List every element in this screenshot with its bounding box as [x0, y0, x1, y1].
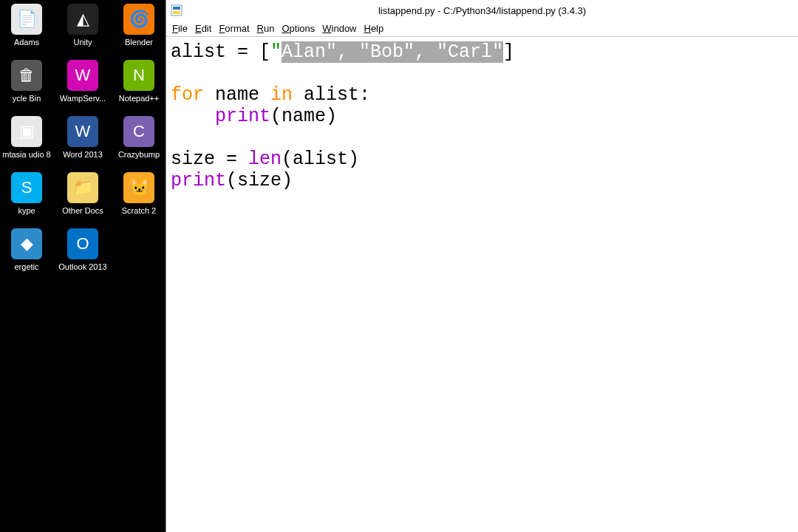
indent — [171, 106, 215, 127]
code-text: size = — [171, 149, 248, 170]
desktop-icon[interactable]: Skype — [2, 172, 51, 215]
code-text: name — [204, 84, 270, 106]
desktop-icon[interactable]: OOutlook 2013 — [58, 228, 107, 271]
icon-label: Adams — [14, 38, 39, 47]
app-icon: C — [123, 116, 154, 147]
builtin-print: print — [215, 106, 270, 127]
app-icon: 📁 — [67, 172, 98, 203]
icon-label: Other Docs — [62, 206, 103, 215]
desktop-icon[interactable]: ◆ergetic — [2, 228, 51, 271]
string-quote: " — [270, 41, 282, 63]
icon-label: ergetic — [14, 262, 38, 271]
app-icon: O — [67, 228, 98, 259]
desktop-icon[interactable]: 🐱Scratch 2 — [115, 172, 163, 215]
icon-label: Notepad++ — [119, 94, 159, 103]
desktop-icon[interactable]: WWampServ... — [58, 60, 107, 103]
code-text: ] — [503, 41, 514, 63]
app-icon: ◭ — [67, 4, 98, 35]
app-icon: ▣ — [11, 116, 42, 147]
icon-label: kype — [18, 206, 35, 215]
app-icon: S — [11, 172, 42, 203]
menu-file[interactable]: File — [172, 23, 188, 34]
code-editor[interactable]: alist = ["Alan", "Bob", "Carl"] for name… — [166, 37, 798, 532]
desktop-icon[interactable]: WWord 2013 — [58, 116, 107, 159]
code-text: (name) — [270, 106, 337, 127]
icon-label: mtasia udio 8 — [2, 150, 50, 159]
icon-label: Crazybump — [118, 150, 160, 159]
icon-label: Word 2013 — [63, 150, 103, 159]
icon-label: Unity — [73, 38, 92, 47]
builtin-len: len — [248, 149, 282, 170]
desktop: 📄Adams◭Unity🌀Blender🗑ycle BinWWampServ..… — [0, 0, 166, 532]
menu-run[interactable]: Run — [257, 23, 275, 34]
code-text: (size) — [226, 170, 293, 191]
app-icon: W — [67, 116, 98, 147]
menu-window[interactable]: Window — [322, 23, 356, 34]
code-text: (alist) — [282, 149, 359, 170]
builtin-print: print — [171, 170, 226, 191]
icon-label: WampServ... — [60, 94, 106, 103]
menu-edit[interactable]: Edit — [195, 23, 211, 34]
app-icon: 🌀 — [123, 4, 154, 35]
desktop-icon[interactable]: 📁Other Docs — [58, 172, 107, 215]
desktop-icon[interactable]: ▣mtasia udio 8 — [2, 116, 51, 159]
window-title: listappend.py - C:/Python34/listappend.p… — [166, 5, 798, 16]
menu-options[interactable]: Options — [282, 23, 315, 34]
app-icon: 🐱 — [123, 172, 154, 203]
icon-label: Blender — [125, 38, 153, 47]
titlebar[interactable]: listappend.py - C:/Python34/listappend.p… — [166, 0, 798, 21]
code-text: alist: — [293, 84, 370, 106]
desktop-icon[interactable]: ◭Unity — [58, 4, 107, 47]
menu-help[interactable]: Help — [364, 23, 384, 34]
selected-text[interactable]: Alan", "Bob", "Carl" — [282, 41, 503, 63]
desktop-icon[interactable]: 🗑ycle Bin — [2, 60, 51, 103]
keyword-for: for — [171, 84, 204, 106]
app-icon: 📄 — [11, 4, 42, 35]
menu-format[interactable]: Format — [219, 23, 249, 34]
desktop-icon[interactable]: 📄Adams — [2, 4, 51, 47]
desktop-icon[interactable]: NNotepad++ — [115, 60, 163, 103]
icon-label: Outlook 2013 — [58, 262, 106, 271]
icon-label: Scratch 2 — [122, 206, 156, 215]
desktop-icon[interactable]: 🌀Blender — [115, 4, 163, 47]
app-icon: W — [67, 60, 98, 91]
app-icon: 🗑 — [11, 60, 42, 91]
app-icon: ◆ — [11, 228, 42, 259]
app-icon: N — [123, 60, 154, 91]
keyword-in: in — [270, 84, 293, 106]
idle-editor-window: listappend.py - C:/Python34/listappend.p… — [166, 0, 798, 532]
menubar: FileEditFormatRunOptionsWindowHelp — [166, 21, 798, 37]
code-text: alist = [ — [171, 41, 270, 63]
desktop-icon[interactable]: CCrazybump — [115, 116, 163, 159]
icon-label: ycle Bin — [13, 94, 41, 103]
